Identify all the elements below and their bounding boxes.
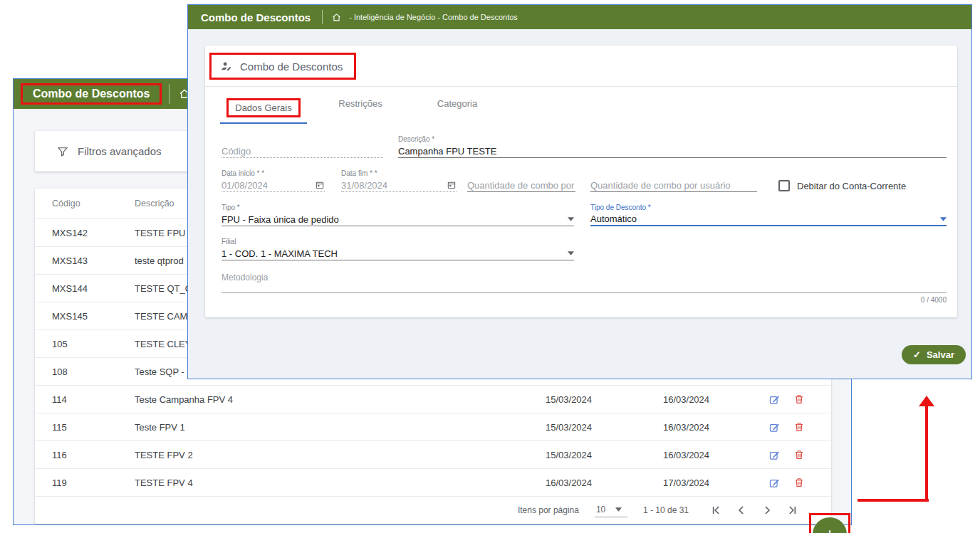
cell-data-fim: 16/03/2024 <box>663 394 768 405</box>
filial-select[interactable]: Filial 1 - COD. 1 - MAXIMA TECH <box>221 238 574 260</box>
page-size-value: 10 <box>596 505 605 514</box>
edit-icon[interactable] <box>768 477 781 489</box>
metodologia-field[interactable]: Metodologia 0 / 4000 <box>221 272 947 304</box>
items-per-page-label: Itens por página <box>518 505 579 515</box>
card-divider <box>205 86 957 87</box>
qtd-combo-cliente-placeholder: Quantidade de combo por clien... <box>467 180 575 191</box>
page-range-label: 1 - 10 de 31 <box>643 505 689 515</box>
tab-bar: Dados Gerais Restrições Categoria <box>220 94 957 124</box>
form-window-title: Combo de Descontos <box>189 11 322 23</box>
form-window: Combo de Descontos - Inteligência de Neg… <box>187 4 972 379</box>
qtd-combo-usuario-field[interactable]: Quantidade de combo por usuário <box>590 179 757 192</box>
cell-codigo: MXS142 <box>52 228 135 238</box>
qtd-combo-usuario-placeholder: Quantidade de combo por usuário <box>590 180 731 191</box>
cell-data-fim: 16/03/2024 <box>663 422 768 433</box>
char-counter: 0 / 4000 <box>221 296 947 304</box>
data-fim-value: 31/08/2024 <box>341 180 387 191</box>
form-window-header: Combo de Descontos - Inteligência de Neg… <box>188 5 971 29</box>
page-size-select[interactable]: 10 <box>595 503 627 517</box>
calendar-icon[interactable] <box>447 180 457 190</box>
annotation-box-list-title: Combo de Descontos <box>21 83 162 105</box>
calendar-icon[interactable] <box>315 180 325 190</box>
person-edit-icon <box>220 60 233 73</box>
table-row[interactable]: 116 TESTE FPV 2 15/03/2024 16/03/2024 <box>35 440 831 468</box>
pagination-nav <box>709 503 800 517</box>
page: Combo de Descontos Filtros avançados <box>0 0 980 533</box>
header-divider <box>322 10 323 24</box>
tab-dados-gerais[interactable]: Dados Gerais <box>220 94 307 124</box>
cell-codigo: 108 <box>52 366 135 377</box>
cell-data-fim: 16/03/2024 <box>663 450 768 460</box>
tab-restricoes-label: Restrições <box>338 98 382 109</box>
cell-data-inicio: 15/03/2024 <box>546 422 663 433</box>
tipo-select[interactable]: Tipo * FPU - Faixa única de pedido <box>221 204 574 226</box>
annotation-box-card-title: Combo de Descontos <box>209 53 356 80</box>
metodologia-placeholder: Metodologia <box>221 272 947 293</box>
cell-codigo: 114 <box>52 394 135 405</box>
delete-icon[interactable] <box>793 394 805 405</box>
cell-codigo: 119 <box>52 477 135 488</box>
filial-label: Filial <box>221 238 574 247</box>
cell-codigo: 105 <box>52 339 135 349</box>
descricao-field[interactable]: Descrição * Campanha FPU TESTE <box>398 135 947 158</box>
cell-data-inicio: 15/03/2024 <box>546 394 663 405</box>
tipo-value: FPU - Faixa única de pedido <box>221 214 339 225</box>
cell-descricao: TESTE FPV 2 <box>135 450 546 460</box>
data-fim-field[interactable]: Data fim * * 31/08/2024 <box>341 169 457 192</box>
delete-icon[interactable] <box>793 421 805 433</box>
cell-codigo: MXS144 <box>52 283 135 294</box>
codigo-field[interactable]: Código <box>221 144 383 158</box>
filter-icon <box>56 145 69 158</box>
debitar-checkbox[interactable] <box>778 180 790 191</box>
table-row[interactable]: 115 Teste FPV 1 15/03/2024 16/03/2024 <box>35 413 831 440</box>
cell-codigo: MXS143 <box>52 255 135 266</box>
edit-icon[interactable] <box>768 421 781 433</box>
data-inicio-field[interactable]: Data inicio * * 01/08/2024 <box>221 169 325 192</box>
tipo-desconto-select[interactable]: Tipo de Desconto * Automático <box>590 204 947 226</box>
tab-categoria[interactable]: Categoria <box>414 94 501 124</box>
column-header-codigo: Código <box>52 199 135 209</box>
cell-actions <box>768 449 814 461</box>
first-page-button[interactable] <box>709 503 723 517</box>
next-page-button[interactable] <box>760 503 774 517</box>
save-button-label: Salvar <box>927 349 954 360</box>
annotation-arrow-vertical <box>925 406 928 502</box>
check-icon: ✓ <box>913 349 921 360</box>
cell-actions <box>768 421 814 433</box>
tab-dados-gerais-label: Dados Gerais <box>235 102 291 113</box>
descricao-label: Descrição * <box>398 135 947 144</box>
delete-icon[interactable] <box>793 449 805 460</box>
chevron-down-icon <box>568 251 574 255</box>
form-fields: Código Descrição * Campanha FPU TESTE Da… <box>205 135 957 304</box>
last-page-button[interactable] <box>786 503 800 517</box>
list-window-title: Combo de Descontos <box>33 88 150 100</box>
home-icon[interactable] <box>331 12 342 23</box>
data-inicio-value: 01/08/2024 <box>221 180 268 191</box>
cell-data-fim: 17/03/2024 <box>663 477 768 488</box>
table-row[interactable]: 119 TESTE FPV 4 16/03/2024 17/03/2024 <box>35 468 831 496</box>
cell-data-inicio: 15/03/2024 <box>546 450 663 460</box>
save-button[interactable]: ✓ Salvar <box>902 345 966 364</box>
debitar-conta-corrente-option: Debitar do Conta-Corrente <box>778 180 906 191</box>
data-fim-label: Data fim * * <box>341 169 457 179</box>
tipo-label: Tipo * <box>221 204 574 213</box>
edit-icon[interactable] <box>768 449 781 461</box>
debitar-label: Debitar do Conta-Corrente <box>797 181 906 191</box>
codigo-placeholder: Código <box>221 146 251 157</box>
chevron-down-icon <box>568 217 574 221</box>
qtd-combo-cliente-field[interactable]: Quantidade de combo por clien... <box>467 179 575 192</box>
cell-actions <box>768 477 814 489</box>
annotation-arrow-head <box>919 396 934 406</box>
chevron-down-icon <box>615 507 622 512</box>
delete-icon[interactable] <box>793 477 805 488</box>
cell-descricao: TESTE FPV 4 <box>135 477 546 488</box>
previous-page-button[interactable] <box>734 503 749 517</box>
tab-restricoes[interactable]: Restrições <box>317 94 404 124</box>
data-inicio-label: Data inicio * * <box>221 169 325 179</box>
tipo-desconto-label: Tipo de Desconto * <box>590 204 947 213</box>
annotation-box-active-tab: Dados Gerais <box>226 98 300 117</box>
breadcrumb: - Inteligência de Negócio - Combo de Des… <box>349 13 518 21</box>
cell-descricao: Teste Campanha FPV 4 <box>135 394 546 405</box>
edit-icon[interactable] <box>768 394 781 406</box>
table-row[interactable]: 114 Teste Campanha FPV 4 15/03/2024 16/0… <box>35 385 831 413</box>
